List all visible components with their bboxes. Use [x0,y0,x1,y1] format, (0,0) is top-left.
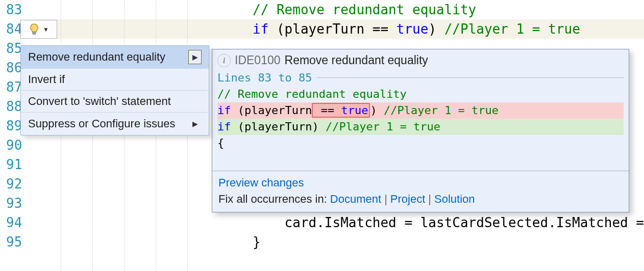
fix-document-link[interactable]: Document [330,193,381,205]
flyout-footer: Preview changes Fix all occurrences in: … [212,171,629,212]
diff-context-row: // Remove redundant equality [217,86,624,102]
line-number: 85 [0,39,22,58]
diff-deleted-row: if (playerTurn == true) //Player 1 = tru… [217,102,624,119]
svg-rect-0 [33,32,36,33]
code-text: (playerTurn) [231,120,326,133]
comment-text: //Player 1 = true [444,21,580,37]
diff-removed-token: == true [312,103,370,118]
code-line-95[interactable]: } [25,232,644,252]
code-text: ) [370,104,384,117]
diff-added-row: if (playerTurn) //Player 1 = true [217,119,624,135]
code-fix-preview-flyout: i IDE0100 Remove redundant equality Line… [212,49,629,212]
line-number: 95 [0,232,22,252]
line-number: 86 [0,58,22,77]
code-text: ) [428,21,444,37]
comment-text: // Remove redundant equality [217,88,407,100]
line-number: 89 [0,116,22,136]
menu-item-convert-to-switch-statement[interactable]: Convert to 'switch' statement [21,91,209,113]
diff-code: // Remove redundant equality if (playerT… [212,86,629,168]
menu-item-label: Suppress or Configure issues [28,117,176,130]
keyword-true: true [397,21,429,37]
quick-actions-menu: Remove redundant equality▶Invert ifConve… [20,45,209,136]
flyout-header: i IDE0100 Remove redundant equality [212,49,629,69]
line-number: 84 [0,19,22,39]
line-number: 93 [0,194,22,213]
line-number-gutter: 83848586878889909192939495 [0,0,25,271]
diff-context-row: { [217,135,624,151]
diff-section: Lines 83 to 85 // Remove redundant equal… [212,69,629,171]
menu-item-suppress-or-configure-issues[interactable]: Suppress or Configure issues▶ [21,113,209,135]
svg-rect-1 [33,33,36,34]
code-text: (playerTurn == [268,21,396,37]
separator: | [381,193,390,205]
menu-item-label: Convert to 'switch' statement [28,95,171,108]
fix-solution-link[interactable]: Solution [434,193,475,205]
line-number: 92 [0,174,22,194]
brace-open: { [217,137,224,149]
comment-text: // Remove redundant equality [253,2,476,17]
menu-item-invert-if[interactable]: Invert if [21,69,209,91]
keyword-if: if [217,120,231,133]
keyword-if: if [217,104,231,117]
info-icon: i [217,54,231,67]
quick-actions-lightbulb[interactable]: ▼ [20,20,57,39]
comment-text: //Player 1 = true [326,120,440,133]
chevron-right-icon: ▶ [188,117,202,131]
diff-blank-row [217,151,624,168]
line-number: 94 [0,213,22,232]
line-number: 90 [0,136,22,155]
line-number: 83 [0,0,22,19]
keyword-if: if [253,21,268,37]
fix-all-label: Fix all occurrences in: [218,193,330,205]
line-number: 87 [0,77,22,97]
divider [317,77,624,78]
fix-project-link[interactable]: Project [390,193,425,205]
code-text: (playerTurn [231,104,312,117]
preview-changes-link[interactable]: Preview changes [218,176,623,193]
line-number: 91 [0,155,22,174]
brace-close: } [253,234,261,250]
chevron-right-icon: ▶ [188,50,202,64]
chevron-down-icon: ▼ [43,26,49,33]
menu-item-label: Invert if [28,73,65,86]
code-line-94[interactable]: card.IsMatched = lastCardSelected.IsMatc… [25,213,644,232]
code-line-83[interactable]: // Remove redundant equality [25,0,644,19]
menu-item-remove-redundant-equality[interactable]: Remove redundant equality▶ [21,46,209,69]
comment-text: //Player 1 = true [384,104,499,117]
diff-lines-label: Lines 83 to 85 [217,71,312,84]
diff-lines-header: Lines 83 to 85 [212,69,629,86]
menu-item-label: Remove redundant equality [28,50,165,64]
code-line-84[interactable]: if (playerTurn == true) //Player 1 = tru… [25,19,644,39]
lightbulb-icon [29,23,40,36]
separator: | [425,193,434,205]
code-text: card.IsMatched = lastCardSelected.IsMatc… [285,215,644,230]
diagnostic-rule-id[interactable]: IDE0100 [235,53,281,67]
diagnostic-title: Remove redundant equality [285,53,428,67]
line-number: 88 [0,97,22,116]
